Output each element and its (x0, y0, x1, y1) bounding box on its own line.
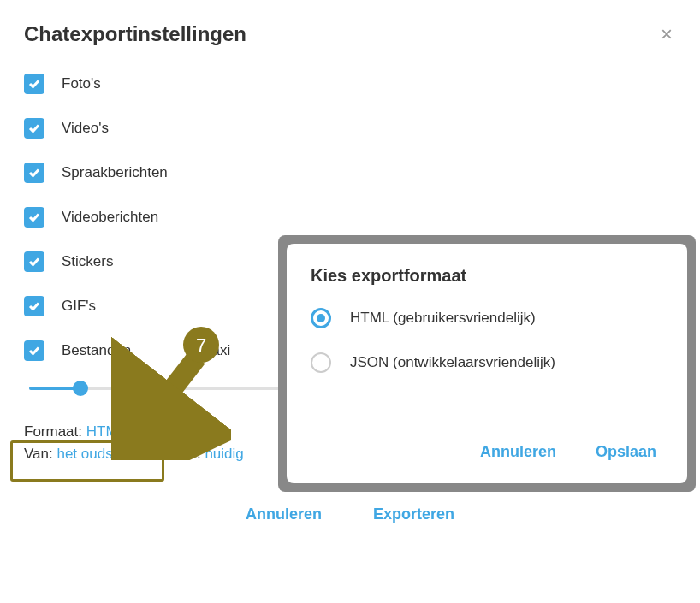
format-popup: Kies exportformaat HTML (gebruikersvrien… (287, 244, 687, 483)
checkbox-label: Stickers (62, 253, 113, 270)
checkbox-label: Bestanden (62, 342, 131, 359)
format-popup-backdrop: Kies exportformaat HTML (gebruikersvrien… (278, 235, 696, 492)
checkbox-icon[interactable] (24, 296, 44, 316)
max-size-label: Maxi (199, 342, 230, 359)
popup-cancel-button[interactable]: Annuleren (473, 438, 563, 466)
export-button[interactable]: Exporteren (365, 499, 463, 530)
slider-thumb[interactable] (73, 381, 88, 396)
dialog-header: Chatexportinstellingen × (24, 21, 676, 48)
dialog-footer: Annuleren Exporteren (24, 499, 676, 530)
checkbox-label: Videoberichten (62, 209, 158, 226)
popup-footer: Annuleren Opslaan (311, 438, 663, 466)
checkbox-row-voice[interactable]: Spraakberichten (24, 163, 676, 183)
checkbox-label: Video's (62, 120, 109, 137)
checkbox-icon[interactable] (24, 118, 44, 139)
to-link[interactable]: huidig (205, 446, 243, 462)
checkbox-label: GIF's (62, 298, 96, 315)
from-prefix: Van: (24, 446, 56, 462)
checkbox-label: Spraakberichten (62, 164, 168, 181)
checkbox-icon[interactable] (24, 74, 44, 94)
checkbox-icon[interactable] (24, 163, 44, 183)
close-icon[interactable]: × (657, 21, 676, 48)
dialog-title: Chatexportinstellingen (24, 22, 246, 46)
popup-save-button[interactable]: Opslaan (589, 438, 663, 466)
checkbox-row-video-msg[interactable]: Videoberichten (24, 207, 676, 228)
popup-title: Kies exportformaat (311, 266, 663, 286)
path-prefix: , Pad: (126, 423, 168, 440)
checkbox-row-photos[interactable]: Foto's (24, 74, 676, 94)
radio-icon[interactable] (311, 308, 331, 328)
format-prefix: Formaat: (24, 423, 86, 440)
to-prefix: , tot: (173, 446, 205, 462)
radio-label: JSON (ontwikkelaarsvriendelijk) (350, 354, 555, 371)
checkbox-label: Foto's (62, 75, 101, 92)
format-link[interactable]: HTML (86, 423, 126, 440)
checkbox-row-videos[interactable]: Video's (24, 118, 676, 139)
from-link[interactable]: het oudste bericht (56, 446, 172, 462)
radio-label: HTML (gebruikersvriendelijk) (350, 310, 536, 327)
radio-row-json[interactable]: JSON (ontwikkelaarsvriendelijk) (311, 352, 663, 373)
cancel-button[interactable]: Annuleren (237, 499, 330, 530)
radio-icon[interactable] (311, 352, 331, 373)
checkbox-icon[interactable] (24, 340, 44, 361)
radio-row-html[interactable]: HTML (gebruikersvriendelijk) (311, 308, 663, 328)
checkbox-icon[interactable] (24, 251, 44, 272)
path-link[interactable]: Downloa (168, 423, 224, 440)
checkbox-icon[interactable] (24, 207, 44, 228)
